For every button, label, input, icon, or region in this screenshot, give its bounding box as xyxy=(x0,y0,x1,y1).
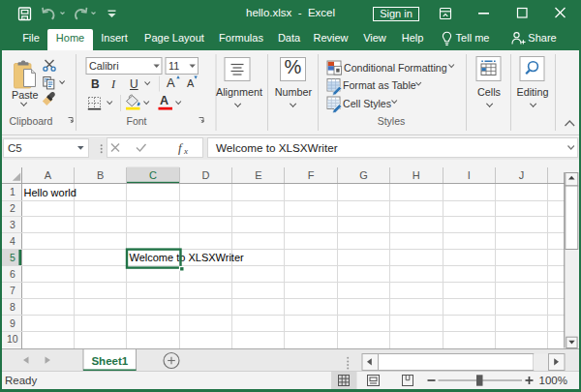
svg-text:Welcome to XLSXWriter: Welcome to XLSXWriter xyxy=(130,252,245,263)
svg-text:4: 4 xyxy=(10,235,15,247)
svg-text:8: 8 xyxy=(10,301,15,313)
svg-text:7: 7 xyxy=(10,285,15,296)
svg-text:Sheet1: Sheet1 xyxy=(91,355,128,367)
svg-text:F: F xyxy=(308,169,315,181)
svg-text:9: 9 xyxy=(10,317,15,329)
svg-text:E: E xyxy=(255,169,261,181)
svg-text:I: I xyxy=(468,169,471,181)
svg-text:G: G xyxy=(359,169,368,181)
svg-text:5: 5 xyxy=(10,252,15,263)
svg-text:x: x xyxy=(183,146,188,156)
svg-text:H: H xyxy=(413,169,420,181)
svg-text:10: 10 xyxy=(7,333,18,345)
svg-text:Hello world: Hello world xyxy=(24,187,76,198)
svg-text:3: 3 xyxy=(10,219,15,230)
svg-text:1: 1 xyxy=(10,186,15,197)
svg-text:2: 2 xyxy=(10,202,15,214)
svg-text:B: B xyxy=(97,169,104,181)
svg-text:J: J xyxy=(519,169,525,181)
svg-text:A: A xyxy=(45,169,52,181)
svg-text:C: C xyxy=(149,169,157,181)
svg-text:D: D xyxy=(201,169,209,181)
svg-text:6: 6 xyxy=(10,268,15,280)
